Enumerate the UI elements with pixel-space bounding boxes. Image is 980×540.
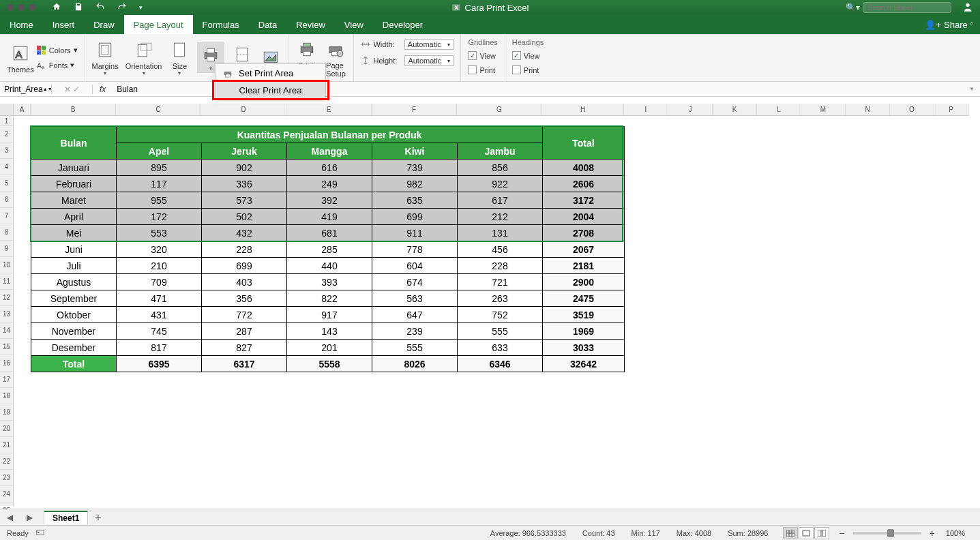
tab-view[interactable]: View: [335, 15, 373, 34]
col-header-D[interactable]: D: [201, 104, 286, 115]
svg-rect-23: [303, 51, 311, 56]
user-icon[interactable]: [962, 1, 973, 14]
search-input[interactable]: [863, 2, 951, 13]
row-headers[interactable]: 1234567891011121314151617181920212223242…: [0, 116, 14, 506]
row-header-16[interactable]: 16: [0, 355, 13, 372]
fx-label[interactable]: fx: [93, 85, 113, 94]
zoom-out-button[interactable]: −: [836, 528, 847, 539]
tab-insert[interactable]: Insert: [43, 15, 85, 34]
minimize-window-icon[interactable]: [18, 4, 25, 11]
row-header-20[interactable]: 20: [0, 421, 13, 437]
col-header-K[interactable]: K: [713, 104, 757, 115]
tab-formulas[interactable]: Formulas: [193, 15, 249, 34]
select-all-button[interactable]: [0, 104, 14, 115]
col-header-J[interactable]: J: [668, 104, 713, 115]
size-button[interactable]: Size▾: [168, 39, 190, 76]
fonts-button[interactable]: AaFonts ▾: [37, 60, 78, 71]
formula-expand-icon[interactable]: ▼: [964, 86, 980, 92]
col-header-I[interactable]: I: [624, 104, 668, 115]
col-header-H[interactable]: H: [542, 104, 624, 115]
col-header-A[interactable]: A: [14, 104, 31, 115]
row-header-18[interactable]: 18: [0, 388, 13, 404]
row-header-14[interactable]: 14: [0, 322, 13, 339]
save-icon[interactable]: [74, 2, 83, 14]
row-header-6[interactable]: 6: [0, 192, 13, 208]
sheet-nav-next[interactable]: ▶: [20, 513, 40, 522]
add-sheet-button[interactable]: +: [88, 510, 108, 525]
maximize-window-icon[interactable]: [29, 4, 35, 11]
col-header-G[interactable]: G: [457, 104, 542, 115]
col-header-P[interactable]: P: [934, 104, 968, 115]
fx-cancel-ok[interactable]: ✕ ✓: [52, 85, 93, 94]
height-select[interactable]: Automatic▾: [404, 55, 454, 66]
row-header-22[interactable]: 22: [0, 453, 13, 470]
page-layout-view-button[interactable]: [799, 527, 814, 539]
row-header-13[interactable]: 13: [0, 306, 13, 322]
undo-icon[interactable]: [95, 2, 105, 14]
tab-data[interactable]: Data: [249, 15, 286, 34]
cells[interactable]: BulanKuantitas Penjualan Bulanan per Pro…: [14, 116, 969, 506]
clear-print-area-item[interactable]: Clear Print Area: [216, 82, 325, 99]
headings-print-check[interactable]: Print: [512, 65, 544, 75]
set-print-area-item[interactable]: Set Print Area: [216, 64, 325, 82]
width-select[interactable]: Automatic▾: [404, 39, 454, 50]
normal-view-button[interactable]: [783, 527, 798, 539]
row-header-24[interactable]: 24: [0, 486, 13, 502]
sheet-tab-1[interactable]: Sheet1: [44, 511, 88, 524]
row-header-1[interactable]: 1: [0, 116, 13, 126]
row-header-21[interactable]: 21: [0, 437, 13, 453]
search-sheet[interactable]: 🔍▾: [846, 2, 951, 13]
name-box[interactable]: Print_Area▲▼: [0, 85, 52, 94]
margins-button[interactable]: Margins▾: [92, 39, 119, 76]
status-max: Max: 4008: [668, 529, 719, 537]
row-header-19[interactable]: 19: [0, 404, 13, 421]
tab-page-layout[interactable]: Page Layout: [124, 15, 193, 34]
row-header-11[interactable]: 11: [0, 273, 13, 290]
orientation-button[interactable]: Orientation▾: [125, 39, 162, 76]
col-header-C[interactable]: C: [116, 104, 201, 115]
col-header-L[interactable]: L: [757, 104, 801, 115]
row-header-12[interactable]: 12: [0, 290, 13, 306]
headings-view-check[interactable]: ✓View: [512, 50, 544, 61]
col-header-N[interactable]: N: [846, 104, 890, 115]
row-header-2[interactable]: 2: [0, 126, 13, 142]
row-header-4[interactable]: 4: [0, 159, 13, 175]
column-headers[interactable]: ABCDEFGHIJKLMNOP: [0, 104, 969, 116]
themes-button[interactable]: A Themes: [7, 42, 34, 74]
colors-button[interactable]: Colors ▾: [37, 45, 78, 56]
sheet-nav-prev[interactable]: ◀: [0, 513, 20, 522]
tab-review[interactable]: Review: [286, 15, 335, 34]
col-header-E[interactable]: E: [286, 104, 372, 115]
share-button[interactable]: 👤+ Share ^: [918, 15, 980, 34]
row-header-9[interactable]: 9: [0, 241, 13, 257]
row-header-5[interactable]: 5: [0, 175, 13, 192]
redo-icon[interactable]: [117, 2, 127, 14]
row-header-8[interactable]: 8: [0, 224, 13, 241]
tab-home[interactable]: Home: [0, 15, 43, 34]
page-break-view-button[interactable]: [814, 527, 829, 539]
row-header-15[interactable]: 15: [0, 339, 13, 355]
close-window-icon[interactable]: [7, 4, 14, 11]
col-header-O[interactable]: O: [890, 104, 934, 115]
zoom-in-button[interactable]: +: [927, 528, 938, 539]
row-header-10[interactable]: 10: [0, 257, 13, 273]
tab-developer[interactable]: Developer: [373, 15, 432, 34]
row-header-23[interactable]: 23: [0, 470, 13, 486]
row-header-17[interactable]: 17: [0, 372, 13, 388]
col-header-F[interactable]: F: [372, 104, 457, 115]
customize-qa-icon[interactable]: ▾: [139, 4, 143, 11]
svg-rect-24: [303, 43, 311, 46]
col-header-B[interactable]: B: [31, 104, 116, 115]
page-setup-button[interactable]: Page Setup: [325, 38, 346, 78]
row-header-7[interactable]: 7: [0, 208, 13, 224]
row-header-3[interactable]: 3: [0, 142, 13, 159]
zoom-level[interactable]: 100%: [938, 529, 973, 537]
gridlines-print-check[interactable]: Print: [468, 65, 497, 75]
macro-record-icon[interactable]: [29, 528, 52, 539]
status-min: Min: 117: [623, 529, 668, 537]
autosave-icon[interactable]: [52, 2, 61, 14]
col-header-M[interactable]: M: [801, 104, 846, 115]
tab-draw[interactable]: Draw: [84, 15, 123, 34]
gridlines-view-check[interactable]: ✓View: [468, 50, 497, 61]
zoom-slider[interactable]: [853, 532, 921, 535]
